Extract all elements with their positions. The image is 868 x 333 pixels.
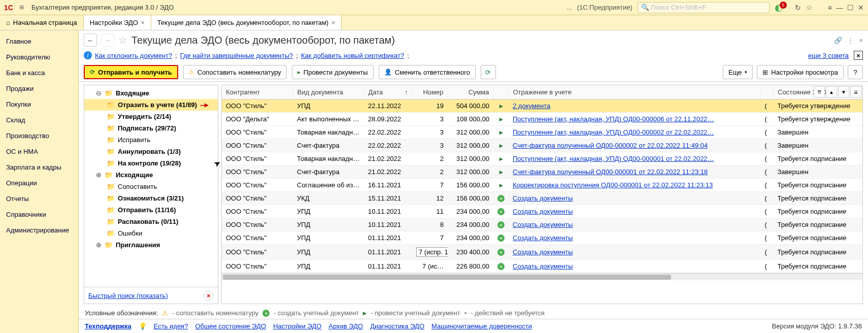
tree-item[interactable]: 📁Аннулировать (1/3) — [84, 146, 218, 157]
post-documents-button[interactable]: ▸ Провести документы — [292, 65, 374, 79]
table-row[interactable]: ООО "Стиль"Соглашение об из…16.11.202171… — [222, 179, 862, 192]
col-date[interactable]: Дата ↑ — [364, 85, 412, 99]
nav-reports[interactable]: Отчеты — [0, 191, 78, 207]
table-row[interactable]: ООО "Стиль"УПД01.11.20217 (испр. 1)230 4… — [222, 245, 862, 260]
hint-link-2[interactable]: Где найти завершённые документы? — [180, 52, 293, 59]
view-settings-button[interactable]: ⊞ Настройки просмотра — [757, 65, 844, 79]
tree-item[interactable]: ⊕📁Приглашения — [84, 239, 218, 251]
nav-warehouse[interactable]: Склад — [0, 112, 78, 128]
nav-assets[interactable]: ОС и НМА — [0, 144, 78, 159]
grid-up-icon[interactable]: ▲ — [826, 86, 837, 97]
reflection-link[interactable]: Корректировка поступления ОД00-000001 от… — [513, 181, 713, 189]
favorite-icon[interactable]: ☆ — [806, 4, 813, 12]
tree-item[interactable]: 📁Распаковать (0/11) — [84, 216, 218, 227]
tab-edo-settings[interactable]: Настройки ЭДО × — [84, 15, 151, 30]
reflection-link[interactable]: Создать документы — [513, 208, 573, 215]
maximize-icon[interactable]: ☐ — [847, 4, 854, 12]
table-row[interactable]: ООО "Стиль"УКД15.11.202112156 000,00+Соз… — [222, 192, 862, 205]
refresh-button[interactable]: ⟳ — [481, 65, 496, 79]
grid-down-icon[interactable]: ▼ — [838, 86, 849, 97]
grid-last-icon[interactable]: ⇊ — [850, 86, 861, 97]
close-page-icon[interactable]: × — [859, 37, 863, 44]
minimize-icon[interactable]: — — [836, 4, 843, 12]
nav-purchases[interactable]: Покупки — [0, 96, 78, 112]
tree-item[interactable]: 📁Утвердить (2/14) — [84, 111, 218, 122]
tab-current-edo[interactable]: Текущие дела ЭДО (весь документооборот, … — [151, 15, 342, 30]
tree-item[interactable]: 📁На контроле (19/28) — [84, 157, 218, 169]
close-icon[interactable]: × — [331, 19, 335, 26]
table-row[interactable]: ООО "Стиль"УПД10.11.202111234 000,00+Соз… — [222, 205, 862, 218]
tree-item[interactable]: 📁Сопоставить — [84, 181, 218, 192]
nav-salary[interactable]: Зарплата и кадры — [0, 159, 78, 175]
table-row[interactable]: ООО "Стиль"УПД01.11.20217 (ис…226 800,00… — [222, 260, 862, 273]
reflection-link[interactable]: 2 документа — [513, 102, 550, 110]
menu-burger-icon[interactable]: ≡ — [19, 3, 29, 12]
col-number[interactable]: Номер — [412, 85, 448, 99]
col-sum[interactable]: Сумма — [448, 85, 493, 99]
more-button[interactable]: Еще ▾ — [723, 65, 753, 79]
tree-item[interactable]: 📁Ошибки — [84, 227, 218, 239]
col-reflection[interactable]: Отражение в учете — [509, 85, 761, 99]
close-window-icon[interactable]: ✕ — [858, 4, 864, 12]
tree-item[interactable]: 📁Ознакомиться (3/21) — [84, 192, 218, 204]
tree-item[interactable]: ⊕📁Исходящие — [84, 169, 218, 181]
nav-bank[interactable]: Банк и касса — [0, 65, 78, 81]
nav-admin[interactable]: Администрирование — [0, 222, 78, 238]
settings-bars-icon[interactable]: ≡ — [828, 4, 832, 12]
support-link[interactable]: Техподдержка — [85, 322, 131, 330]
nav-sales[interactable]: Продажи — [0, 81, 78, 96]
tree-item[interactable]: ⊖📁Входящие — [84, 87, 218, 99]
table-row[interactable]: ООО "Дельта"Акт выполненных …28.09.20223… — [222, 113, 862, 126]
global-search[interactable]: 🔍 Поиск Ctrl+Shift+F — [638, 2, 770, 13]
back-button[interactable]: ← — [84, 34, 97, 47]
nav-production[interactable]: Производство — [0, 128, 78, 144]
reflection-link[interactable]: Поступление (акт, накладная, УПД) ОД00-0… — [513, 155, 714, 162]
nav-manager[interactable]: Руководителю — [0, 49, 78, 65]
reflection-link[interactable]: Создать документы — [513, 248, 573, 256]
tree-item[interactable]: 📁Подписать (29/72) — [84, 122, 218, 134]
close-icon[interactable]: × — [141, 19, 145, 26]
nav-catalogs[interactable]: Справочники — [0, 207, 78, 222]
star-icon[interactable]: ☆ — [118, 34, 127, 46]
table-row[interactable]: ООО "Стиль"УПД10.11.20218234 000,00+Созд… — [222, 218, 862, 231]
footer-link-3[interactable]: Диагностика ЭДО — [370, 322, 424, 330]
reflection-link[interactable]: Счет-фактура полученный ОД00-000002 от 2… — [513, 142, 708, 149]
title-ellipsis[interactable]: ... — [566, 4, 572, 11]
notifications-icon[interactable]: ◐5 — [775, 2, 790, 13]
hints-close-icon[interactable]: × — [854, 51, 863, 60]
tree-item[interactable]: 📁Исправить — [84, 134, 218, 146]
nav-main[interactable]: Главное — [0, 34, 78, 49]
reflection-link[interactable]: Создать документы — [513, 262, 573, 270]
table-row[interactable]: ООО "Стиль"УПД01.11.20217234 000,00+Созд… — [222, 231, 862, 245]
grid-scrollbar[interactable] — [222, 273, 862, 280]
quick-search-link[interactable]: Быстрый поиск (показать) — [88, 292, 168, 299]
table-row[interactable]: ООО "Стиль"Товарная накладная22.02.20223… — [222, 126, 862, 139]
change-responsible-button[interactable]: 👤 Сменить ответственного — [379, 65, 476, 79]
hint-link-3[interactable]: Как добавить новый сертификат? — [301, 52, 404, 59]
nav-operations[interactable]: Операции — [0, 175, 78, 191]
link-icon[interactable]: 🔗 — [834, 37, 842, 44]
reflection-link[interactable]: Создать документы — [513, 194, 573, 202]
tree-item[interactable]: 📁Отправить (11/16) — [84, 204, 218, 216]
reflection-link[interactable]: Создать документы — [513, 221, 573, 228]
table-row[interactable]: ООО "Стиль"УПД22.11.202219504 000,00▸2 д… — [222, 99, 862, 113]
footer-link-1[interactable]: Настройки ЭДО — [273, 322, 321, 330]
clear-search-icon[interactable]: × — [204, 290, 214, 301]
table-row[interactable]: ООО "Стиль"Товарная накладная21.02.20222… — [222, 152, 862, 165]
forward-button[interactable]: → — [101, 34, 114, 47]
table-row[interactable]: ООО "Стиль"Счет-фактура21.02.20222312 00… — [222, 165, 862, 179]
history-icon[interactable]: ↻ — [795, 4, 801, 12]
reflection-link[interactable]: Создать документы — [513, 234, 573, 242]
reflection-link[interactable]: Поступление (акт, накладная, УПД) ОД00-0… — [513, 115, 714, 123]
send-receive-button[interactable]: ⟳ Отправить и получить — [84, 65, 178, 79]
grid-first-icon[interactable]: ⇈ — [814, 86, 825, 97]
more-icon[interactable]: ⋮ — [847, 37, 854, 44]
table-row[interactable]: ООО "Стиль"Счет-фактура22.02.20223312 00… — [222, 139, 862, 152]
col-doctype[interactable]: Вид документа — [293, 85, 364, 99]
help-button[interactable]: ? — [848, 65, 863, 79]
hint-link-1[interactable]: Как отклонить документ? — [95, 52, 172, 59]
hint-more[interactable]: еще 3 совета — [808, 52, 849, 59]
tab-home[interactable]: ⌂ Начальная страница — [0, 15, 84, 30]
tree-item[interactable]: 📁Отразить в учете (41/89) -------▶ — [84, 99, 218, 111]
col-counterparty[interactable]: Контрагент — [222, 85, 293, 99]
